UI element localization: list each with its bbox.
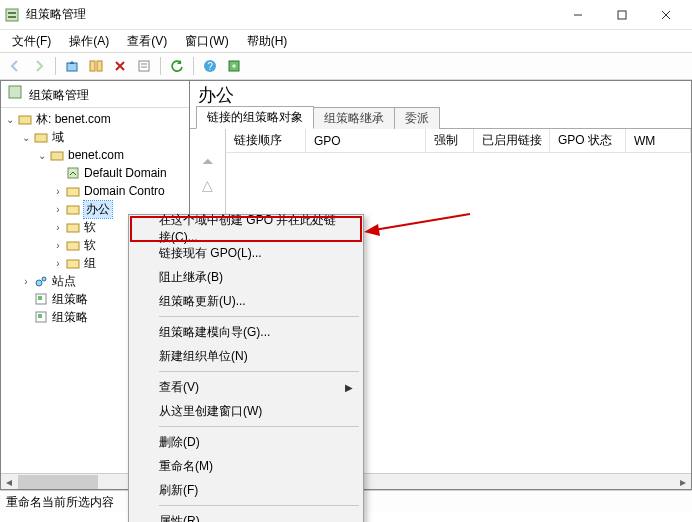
svg-rect-25 (67, 224, 79, 232)
toolbar: ? (0, 52, 692, 80)
mmc-icon (7, 84, 23, 100)
scroll-left-icon[interactable]: ◂ (1, 474, 17, 489)
tree-node-domain-controllers[interactable]: › Domain Contro (1, 182, 189, 200)
ctx-view[interactable]: 查看(V)▶ (131, 375, 361, 399)
forward-button[interactable] (28, 55, 50, 77)
ctx-link-existing[interactable]: 链接现有 GPO(L)... (131, 241, 361, 265)
tab-linked[interactable]: 链接的组策略对象 (196, 106, 314, 129)
col-enforced[interactable]: 强制 (426, 129, 474, 152)
tree-node-domains[interactable]: ⌄ 域 (1, 128, 189, 146)
scroll-right-icon[interactable]: ▸ (675, 474, 691, 489)
collapse-icon[interactable]: ⌄ (35, 150, 49, 161)
help-button[interactable]: ? (199, 55, 221, 77)
tree-node-forest[interactable]: ⌄ 林: benet.com (1, 110, 189, 128)
ctx-delete[interactable]: 删除(D) (131, 430, 361, 454)
tree-label: benet.com (68, 148, 124, 162)
svg-rect-26 (67, 242, 79, 250)
expand-icon[interactable]: › (51, 240, 65, 251)
tab-delegate[interactable]: 委派 (394, 107, 440, 129)
tree-label: 软 (84, 237, 96, 254)
delete-button[interactable] (109, 55, 131, 77)
ctx-refresh[interactable]: 刷新(F) (131, 478, 361, 502)
chevron-right-icon: ▶ (345, 382, 353, 393)
ctx-modeling-wizard[interactable]: 组策略建模向导(G)... (131, 320, 361, 344)
close-button[interactable] (644, 1, 688, 29)
ctx-block-inherit[interactable]: 阻止继承(B) (131, 265, 361, 289)
menu-action[interactable]: 操作(A) (61, 31, 117, 52)
svg-point-28 (36, 280, 42, 286)
sites-icon (33, 273, 49, 289)
col-order[interactable]: 链接顺序 (226, 129, 306, 152)
forest-icon (17, 111, 33, 127)
expand-icon[interactable]: › (51, 186, 65, 197)
ctx-new-ou[interactable]: 新建组织单位(N) (131, 344, 361, 368)
col-wmi[interactable]: WM (626, 129, 691, 152)
collapse-icon[interactable]: ⌄ (19, 132, 33, 143)
tree-label: 林: benet.com (36, 111, 111, 128)
tab-inherit[interactable]: 组策略继承 (313, 107, 395, 129)
ou-icon (65, 201, 81, 217)
expand-icon[interactable]: › (51, 258, 65, 269)
svg-rect-2 (8, 16, 16, 18)
expand-icon[interactable]: › (51, 204, 65, 215)
toolbar-separator (160, 57, 161, 75)
menu-help[interactable]: 帮助(H) (239, 31, 296, 52)
ou-icon (65, 219, 81, 235)
ctx-label: 查看(V) (159, 379, 199, 396)
svg-rect-20 (35, 134, 47, 142)
expand-icon[interactable]: › (51, 222, 65, 233)
move-up-icon[interactable]: △ (202, 177, 213, 193)
report-icon (33, 291, 49, 307)
ctx-separator (159, 371, 359, 372)
collapse-icon[interactable]: ⌄ (3, 114, 17, 125)
ctx-properties[interactable]: 属性(R) (131, 509, 361, 522)
up-button[interactable] (61, 55, 83, 77)
svg-rect-8 (90, 61, 95, 71)
svg-rect-33 (38, 314, 42, 318)
svg-rect-9 (97, 61, 102, 71)
menu-view[interactable]: 查看(V) (119, 31, 175, 52)
col-gpo[interactable]: GPO (306, 129, 426, 152)
extra-button[interactable] (223, 55, 245, 77)
ou-icon (65, 237, 81, 253)
svg-rect-23 (67, 188, 79, 196)
svg-text:?: ? (207, 61, 213, 72)
svg-rect-21 (51, 152, 63, 160)
window-title: 组策略管理 (26, 6, 556, 23)
ctx-new-window[interactable]: 从这里创建窗口(W) (131, 399, 361, 423)
properties-button[interactable] (133, 55, 155, 77)
title-bar: 组策略管理 (0, 0, 692, 30)
svg-rect-24 (67, 206, 79, 214)
col-enabled[interactable]: 已启用链接 (474, 129, 550, 152)
ou-icon (65, 183, 81, 199)
back-button[interactable] (4, 55, 26, 77)
tree-label: 站点 (52, 273, 76, 290)
move-top-icon[interactable]: ⏶ (201, 153, 215, 169)
tree-label: 办公 (84, 201, 112, 218)
refresh-button[interactable] (166, 55, 188, 77)
report-icon (33, 309, 49, 325)
tree-root-header[interactable]: 组策略管理 (1, 81, 189, 108)
col-status[interactable]: GPO 状态 (550, 129, 626, 152)
ctx-rename[interactable]: 重命名(M) (131, 454, 361, 478)
ctx-create-gpo-link[interactable]: 在这个域中创建 GPO 并在此处链接(C)... (131, 217, 361, 241)
menu-file[interactable]: 文件(F) (4, 31, 59, 52)
gpo-link-icon (65, 165, 81, 181)
show-hide-tree-button[interactable] (85, 55, 107, 77)
svg-rect-27 (67, 260, 79, 268)
tree-node-domain[interactable]: ⌄ benet.com (1, 146, 189, 164)
status-text: 重命名当前所选内容 (6, 495, 114, 509)
expand-icon[interactable]: › (19, 276, 33, 287)
menu-window[interactable]: 窗口(W) (177, 31, 236, 52)
table-header: 链接顺序 GPO 强制 已启用链接 GPO 状态 WM (226, 129, 691, 153)
svg-rect-19 (19, 116, 31, 124)
svg-rect-4 (618, 11, 626, 19)
ctx-gp-update[interactable]: 组策略更新(U)... (131, 289, 361, 313)
maximize-button[interactable] (600, 1, 644, 29)
content-title: 办公 (190, 81, 691, 107)
tree-label: 组 (84, 255, 96, 272)
minimize-button[interactable] (556, 1, 600, 29)
tree-node-default-domain[interactable]: Default Domain (1, 164, 189, 182)
scroll-thumb[interactable] (18, 475, 98, 489)
toolbar-separator (193, 57, 194, 75)
